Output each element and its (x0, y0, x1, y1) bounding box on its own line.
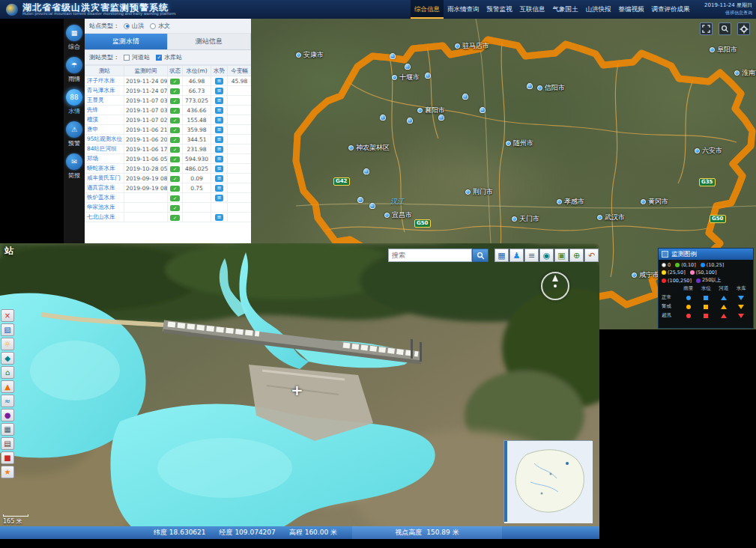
road-shield-G42: G42 (333, 177, 350, 186)
station-name-cell: 王显灵 (85, 96, 124, 106)
header-nav: 综合信息雨水情查询预警监视互联信息气象国土山洪快报整编视频调查评价成果 (411, 0, 694, 19)
search-submit-button[interactable] (472, 249, 489, 262)
column-header: 水势 (211, 66, 228, 76)
table-row[interactable]: 檀溪2019-11-07 02✓155.48≡ (85, 115, 252, 125)
terrain-tool-icon[interactable]: ▲ (1, 380, 14, 393)
mark-tool-icon[interactable]: ● (1, 409, 14, 421)
person-locate-button[interactable]: ♟ (509, 249, 524, 262)
inset-collapse-bar[interactable] (504, 441, 507, 522)
water-trend-icon: ≡ (215, 117, 223, 124)
table-row[interactable]: 咸丰黄氏车门2019-09-19 08✓0.09≡ (85, 174, 252, 183)
sidebar-item-简报[interactable]: ✉简报 (66, 153, 82, 180)
compass-control[interactable] (541, 272, 569, 300)
legend-header[interactable]: 监测图例 (659, 249, 753, 260)
nav-item-整编视频[interactable]: 整编视频 (615, 0, 648, 19)
report-tool-icon[interactable]: ▤ (1, 437, 14, 450)
table-row[interactable]: 七北山水库✓≡ (85, 213, 252, 222)
station-marker-icon[interactable] (380, 115, 386, 121)
station-marker-icon[interactable] (462, 94, 468, 100)
station-name-cell: 蟒蛇寨水库 (85, 164, 124, 174)
city-name: 六安市 (702, 146, 722, 156)
layers-tool-icon[interactable]: ◆ (1, 352, 14, 365)
table-row[interactable]: 王显灵2019-11-07 03✓773.025≡ (85, 96, 252, 106)
brightness-tool-icon[interactable]: ☼ (1, 338, 14, 350)
sidebar-item-水情[interactable]: 88水情 (66, 89, 82, 115)
nav-item-调查评价成果[interactable]: 调查评价成果 (648, 0, 694, 19)
status-cell: ✓ (168, 213, 183, 222)
list-button[interactable]: ≡ (524, 249, 539, 262)
table-row[interactable]: 洋子坪水库2019-11-24 09✓46.98≡45.98 (85, 76, 252, 86)
city-label-淮南市: 淮南市 (734, 68, 756, 78)
nav-item-雨水情查询[interactable]: 雨水情查询 (444, 0, 483, 19)
table-row[interactable]: 95站观测水位2019-11-06 20✓344.51≡ (85, 135, 252, 144)
station-marker-icon[interactable] (407, 118, 413, 124)
fullscreen-button[interactable] (700, 22, 713, 35)
change-cell (228, 183, 252, 193)
sidebar-item-预警[interactable]: ⚠预警 (66, 121, 82, 147)
table-row[interactable]: 遇真宫水库2019-09-19 08✓0.75≡ (85, 183, 252, 193)
locate-button[interactable] (737, 22, 750, 35)
table-row[interactable]: 郑场2019-11-06 05✓594.930≡ (85, 154, 252, 164)
eye-button[interactable]: ◉ (539, 249, 554, 262)
water-trend-icon: ≡ (215, 146, 223, 153)
sidebar-item-label: 水情 (68, 107, 80, 115)
gauge-type-filter: 测站类型： 河道站水库站 (85, 50, 251, 65)
table-row[interactable]: 青马潭水库2019-11-24 07✓66.73≡ (85, 86, 252, 96)
stop-tool-icon[interactable]: ■ (1, 451, 14, 464)
radio-山洪[interactable]: 山洪 (124, 22, 144, 30)
city-name: 咸宁市 (639, 270, 659, 280)
table-row[interactable]: 先锋2019-11-07 03✓436.66≡ (85, 106, 252, 115)
snapshot-button[interactable]: ▣ (554, 249, 569, 262)
city-label-宜昌市: 宜昌市 (384, 210, 412, 220)
radio-水文[interactable]: 水文 (150, 22, 170, 30)
status-cell: ✓ (168, 96, 183, 106)
trend-cell: ≡ (211, 174, 228, 183)
nav-item-山洪快报[interactable]: 山洪快报 (582, 0, 615, 19)
close-tool-icon[interactable]: × (1, 309, 14, 322)
basemap-tool-icon[interactable]: ▧ (1, 323, 14, 336)
checkbox-水库站[interactable]: 水库站 (156, 53, 182, 61)
monitor-time-cell: 2019-11-06 05 (124, 154, 168, 164)
station-marker-icon[interactable] (390, 53, 396, 59)
status-cell: ✓ (168, 86, 183, 96)
table-row[interactable]: 唐申2019-11-06 21✓359.98≡ (85, 125, 252, 135)
station-marker-icon[interactable] (405, 64, 411, 70)
station-marker-icon[interactable] (369, 203, 375, 209)
sidebar-item-雨情[interactable]: ☂雨情 (66, 57, 82, 83)
overview-inset-map[interactable] (504, 440, 592, 523)
station-marker-icon[interactable] (480, 107, 486, 113)
table-row[interactable]: 华家池水库✓ (85, 203, 252, 213)
home-tool-icon[interactable]: ⌂ (1, 366, 14, 379)
road-shield-G50: G50 (710, 215, 726, 223)
station-marker-icon[interactable] (438, 115, 444, 121)
table-row[interactable]: 铁炉盖水库✓≡ (85, 193, 252, 203)
search-input[interactable] (388, 249, 472, 262)
layers-button[interactable]: ▦ (495, 249, 509, 262)
bookmark-tool-icon[interactable]: ★ (1, 466, 14, 478)
nav-item-综合信息[interactable]: 综合信息 (411, 0, 444, 19)
monitor-time-cell: 2019-11-07 02 (124, 115, 168, 125)
sidebar-item-综合[interactable]: ▦综合 (66, 25, 82, 51)
radio-control (124, 23, 130, 29)
grid-tool-icon[interactable]: ▦ (1, 423, 14, 436)
status-ok-badge: ✓ (170, 137, 180, 143)
nav-item-互联信息[interactable]: 互联信息 (516, 0, 549, 19)
undo-button[interactable]: ↶ (584, 249, 599, 262)
tab-测站信息[interactable]: 测站信息 (168, 34, 251, 49)
station-marker-icon[interactable] (527, 83, 533, 89)
table-row[interactable]: 蟒蛇寨水库2019-10-28 05✓486.025≡ (85, 164, 252, 174)
station-marker-icon[interactable] (357, 197, 363, 203)
table-row[interactable]: 84站拦河坝2019-11-06 17✓231.98≡ (85, 144, 252, 154)
globe-button[interactable]: ⊕ (569, 249, 584, 262)
water-tool-icon[interactable]: ≈ (1, 395, 14, 407)
nav-item-预警监视[interactable]: 预警监视 (483, 0, 516, 19)
legend-symbol (680, 305, 698, 309)
nav-item-气象国土[interactable]: 气象国土 (549, 0, 582, 19)
map-search-button[interactable] (719, 22, 731, 35)
rain-legend-item: (0,10] (675, 262, 696, 268)
tab-监测水情[interactable]: 监测水情 (85, 34, 168, 49)
station-marker-icon[interactable] (425, 73, 431, 79)
checkbox-河道站[interactable]: 河道站 (124, 53, 150, 61)
city-dot-icon (384, 213, 390, 218)
station-marker-icon[interactable] (363, 168, 369, 174)
